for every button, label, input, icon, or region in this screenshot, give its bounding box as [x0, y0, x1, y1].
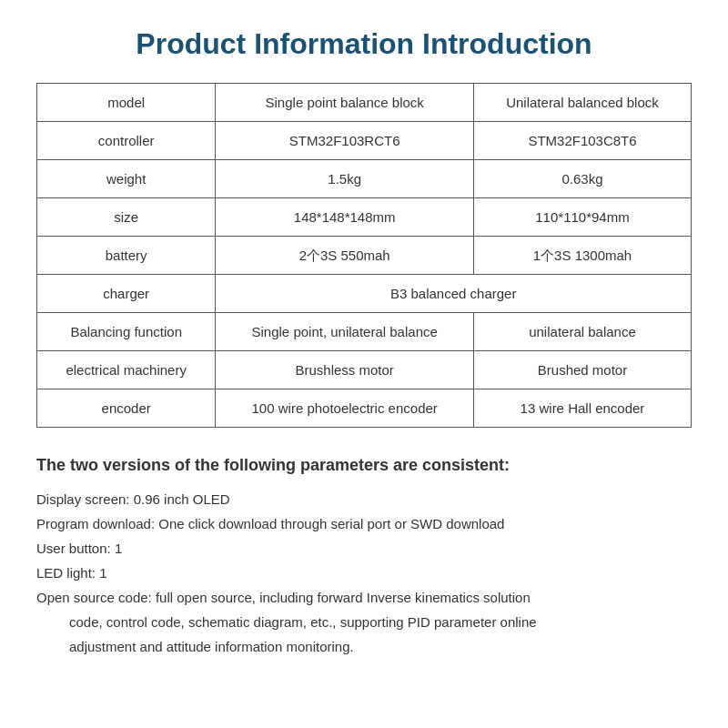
param-item: Display screen: 0.96 inch OLED — [36, 487, 692, 511]
table-cell-col1: 2个3S 550mah — [216, 237, 474, 275]
table-row: controllerSTM32F103RCT6STM32F103C8T6 — [37, 122, 692, 160]
param-item: Program download: One click download thr… — [36, 511, 692, 536]
table-cell-col1: 148*148*148mm — [216, 198, 474, 237]
table-row: chargerB3 balanced charger — [37, 275, 692, 313]
table-cell-col2: 1个3S 1300mah — [473, 237, 691, 275]
table-cell-label: weight — [37, 160, 216, 198]
table-row: electrical machineryBrushless motorBrush… — [37, 351, 692, 389]
table-row: Balancing functionSingle point, unilater… — [37, 313, 692, 351]
table-cell-label: model — [37, 84, 216, 122]
table-cell-label: charger — [37, 275, 216, 313]
table-cell-col1: Brushless motor — [216, 351, 474, 389]
table-cell-col2: STM32F103C8T6 — [473, 122, 691, 160]
table-cell-label: battery — [37, 237, 216, 275]
section-title: The two versions of the following parame… — [36, 453, 692, 478]
table-cell-label: encoder — [37, 389, 216, 428]
table-row: weight1.5kg0.63kg — [37, 160, 692, 198]
table-cell-col2: unilateral balance — [473, 313, 691, 351]
table-cell-col2: Unilateral balanced block — [473, 84, 691, 122]
table-cell-col2: Brushed motor — [473, 351, 691, 389]
table-cell-col2: 0.63kg — [473, 160, 691, 198]
table-cell-col1: 1.5kg — [216, 160, 474, 198]
param-item: adjustment and attitude information moni… — [69, 634, 692, 659]
table-cell-col1: STM32F103RCT6 — [216, 122, 474, 160]
table-row: modelSingle point balance blockUnilatera… — [37, 84, 692, 122]
table-cell-col2: 13 wire Hall encoder — [473, 389, 691, 428]
table-cell-col2: 110*110*94mm — [473, 198, 691, 237]
table-cell-col1: Single point, unilateral balance — [216, 313, 474, 351]
table-cell-label: electrical machinery — [37, 351, 216, 389]
param-item: User button: 1 — [36, 536, 692, 561]
page-title: Product Information Introduction — [36, 27, 692, 61]
table-row: size148*148*148mm110*110*94mm — [37, 198, 692, 237]
product-info-table: modelSingle point balance blockUnilatera… — [36, 83, 692, 428]
param-list: Display screen: 0.96 inch OLEDProgram do… — [36, 487, 692, 659]
table-cell-label: Balancing function — [37, 313, 216, 351]
param-item: code, control code, schematic diagram, e… — [69, 610, 692, 634]
table-cell-merged: B3 balanced charger — [216, 275, 692, 313]
table-row: encoder100 wire photoelectric encoder13 … — [37, 389, 692, 428]
param-item: LED light: 1 — [36, 561, 692, 585]
table-cell-col1: Single point balance block — [216, 84, 474, 122]
table-cell-label: size — [37, 198, 216, 237]
table-cell-label: controller — [37, 122, 216, 160]
table-row: battery2个3S 550mah1个3S 1300mah — [37, 237, 692, 275]
param-item: Open source code: full open source, incl… — [36, 585, 692, 610]
table-cell-col1: 100 wire photoelectric encoder — [216, 389, 474, 428]
